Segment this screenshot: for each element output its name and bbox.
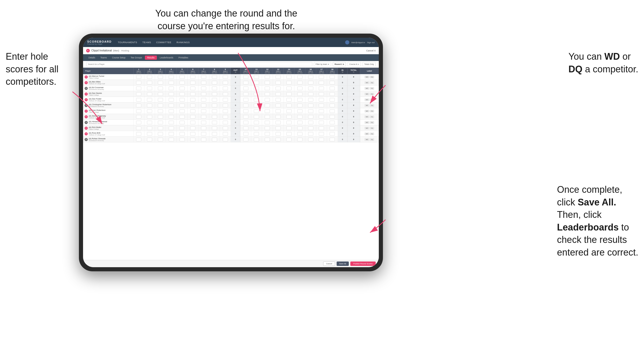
hole-16-input[interactable] [305,125,316,131]
hole-15-input[interactable] [294,137,305,142]
hole-15-input[interactable] [294,97,305,103]
hole-7-input[interactable] [198,120,209,125]
hole-16-input[interactable] [305,120,316,125]
hole-18-input[interactable] [327,103,338,108]
hole-9-input[interactable] [220,103,231,108]
hole-13-input[interactable] [273,86,284,91]
hole-7-input[interactable] [198,74,209,80]
wd-button[interactable]: WD [365,127,369,129]
hole-1-input[interactable] [133,91,144,97]
tab-teams[interactable]: Teams [98,56,109,60]
nav-committee[interactable]: COMMITTEE [156,41,172,44]
hole-11-input[interactable] [251,86,262,91]
wd-button[interactable]: WD [365,110,369,112]
hole-11-input[interactable] [251,108,262,114]
hole-16-input[interactable] [305,91,316,97]
hole-15-input[interactable] [294,103,305,108]
hole-9-input[interactable] [220,91,231,97]
hole-17-input[interactable] [316,114,327,120]
hole-13-input[interactable] [273,103,284,108]
hole-6-input[interactable] [187,86,198,91]
hole-6-input[interactable] [187,125,198,131]
hole-7-input[interactable] [198,114,209,120]
hole-17-input[interactable] [316,74,327,80]
hole-10-input[interactable] [240,125,251,131]
hole-16-input[interactable] [305,137,316,142]
hole-18-input[interactable] [327,74,338,80]
filter-team-button[interactable]: Filter by team ▼ [314,62,331,66]
hole-2-input[interactable] [144,120,155,125]
hole-9-input[interactable] [220,74,231,80]
hole-1-input[interactable] [133,86,144,91]
sign-out-link[interactable]: Sign out [367,41,375,44]
hole-12-input[interactable] [262,91,273,97]
wd-button[interactable]: WD [365,138,369,141]
hole-9-input[interactable] [220,86,231,91]
hole-8-input[interactable] [209,103,220,108]
hole-4-input[interactable] [166,108,177,114]
hole-8-input[interactable] [209,125,220,131]
hole-4-input[interactable] [166,103,177,108]
hole-11-input[interactable] [251,125,262,131]
hole-18-input[interactable] [327,114,338,120]
hole-18-input[interactable] [327,80,338,86]
hole-4-input[interactable] [166,114,177,120]
hole-7-input[interactable] [198,137,209,142]
hole-4-input[interactable] [166,80,177,86]
hole-6-input[interactable] [187,114,198,120]
hole-6-input[interactable] [187,74,198,80]
hole-15-input[interactable] [294,74,305,80]
dq-button[interactable]: DQ [370,98,374,101]
hole-15-input[interactable] [294,91,305,97]
hole-4-input[interactable] [166,131,177,137]
nav-tournaments[interactable]: TOURNAMENTS [118,41,137,44]
hole-17-input[interactable] [316,131,327,137]
dq-button[interactable]: DQ [370,110,374,112]
hole-3-input[interactable] [155,103,166,108]
wd-button[interactable]: WD [365,121,369,124]
hole-10-input[interactable] [240,114,251,120]
hole-6-input[interactable] [187,108,198,114]
hole-2-input[interactable] [144,97,155,103]
tab-course-setup[interactable]: Course Setup [110,56,128,60]
hole-12-input[interactable] [262,120,273,125]
hole-5-input[interactable] [177,120,188,125]
tab-results[interactable]: Results [145,56,157,60]
dq-button[interactable]: DQ [370,121,374,124]
hole-7-input[interactable] [198,103,209,108]
hole-6-input[interactable] [187,80,198,86]
hole-4-input[interactable] [166,125,177,131]
hole-18-input[interactable] [327,131,338,137]
dq-button[interactable]: DQ [370,127,374,129]
search-input[interactable] [86,62,312,66]
hole-13-input[interactable] [273,120,284,125]
hole-9-input[interactable] [220,80,231,86]
cancel-button[interactable]: Cancel X [366,49,376,52]
hole-7-input[interactable] [198,97,209,103]
hole-17-input[interactable] [316,120,327,125]
hole-6-input[interactable] [187,103,198,108]
hole-11-input[interactable] [251,120,262,125]
wd-button[interactable]: WD [365,116,369,118]
hole-8-input[interactable] [209,74,220,80]
hole-8-input[interactable] [209,137,220,142]
hole-2-input[interactable] [144,103,155,108]
hole-17-input[interactable] [316,108,327,114]
dq-button[interactable]: DQ [370,116,374,118]
hole-12-input[interactable] [262,103,273,108]
hole-9-input[interactable] [220,97,231,103]
hole-4-input[interactable] [166,120,177,125]
hole-8-input[interactable] [209,114,220,120]
hole-8-input[interactable] [209,120,220,125]
tab-details[interactable]: Details [86,56,98,60]
hole-5-input[interactable] [177,91,188,97]
hole-11-input[interactable] [251,131,262,137]
hole-1-input[interactable] [133,125,144,131]
hole-14-input[interactable] [284,125,294,131]
hole-2-input[interactable] [144,74,155,80]
hole-13-input[interactable] [273,108,284,114]
hole-7-input[interactable] [198,131,209,137]
hole-13-input[interactable] [273,114,284,120]
hole-14-input[interactable] [284,114,294,120]
dq-button[interactable]: DQ [370,133,374,135]
